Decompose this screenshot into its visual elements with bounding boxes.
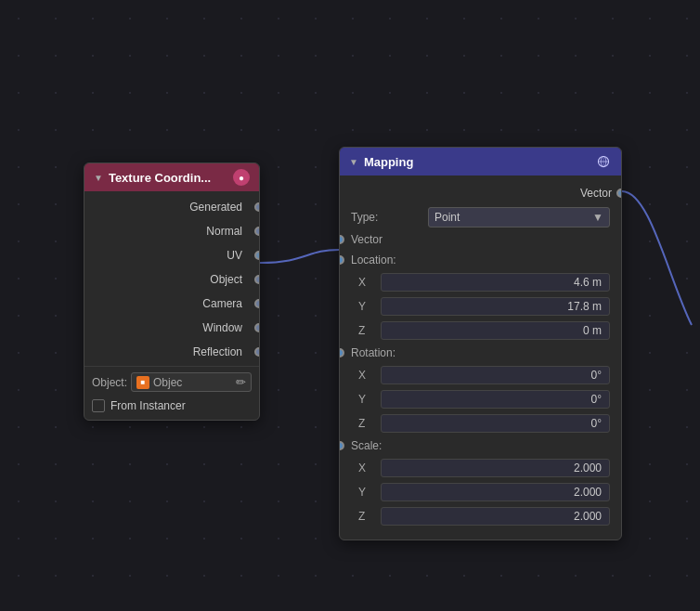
scale-header: Scale: — [340, 436, 621, 456]
scale-y-row: Y 2.000 — [340, 480, 621, 504]
map-node-title: Mapping — [364, 155, 413, 169]
object-cube-icon: ■ — [136, 376, 149, 389]
object-row: Object — [84, 267, 259, 292]
window-socket[interactable] — [254, 323, 260, 332]
window-label: Window — [90, 321, 250, 334]
scale-x-value[interactable]: 2.000 — [381, 459, 610, 477]
from-instancer-checkbox[interactable] — [92, 399, 105, 412]
object-input-value: Objec — [153, 376, 232, 389]
scale-z-label: Z — [358, 510, 377, 523]
camera-socket[interactable] — [254, 299, 260, 308]
from-instancer-label: From Instancer — [110, 399, 186, 412]
object-socket-label: Object — [90, 273, 250, 286]
object-field-row: Object: ■ Objec ✏ — [84, 369, 259, 396]
tex-node-body: Generated Normal UV Object Camera Window… — [84, 191, 259, 420]
scale-y-value[interactable]: 2.000 — [381, 483, 610, 501]
location-x-value[interactable]: 4.6 m — [381, 273, 610, 292]
location-label: Location: — [351, 254, 396, 266]
uv-row: UV — [84, 243, 259, 267]
scale-label: Scale: — [351, 439, 382, 452]
generated-label: Generated — [90, 201, 250, 214]
normal-label: Normal — [90, 225, 250, 238]
uv-label: UV — [90, 249, 250, 262]
generated-row: Generated — [84, 195, 259, 219]
texture-coordinate-node: ▼ Texture Coordin... ● Generated Normal … — [84, 162, 260, 421]
tex-node-icon: ● — [233, 169, 250, 186]
vector-input-row: Vector — [340, 229, 621, 250]
object-field-label: Object: — [92, 376, 127, 389]
tex-node-title: Texture Coordin... — [109, 171, 211, 185]
object-input-box[interactable]: ■ Objec ✏ — [131, 372, 252, 392]
scale-z-value[interactable]: 2.000 — [381, 507, 610, 526]
type-dropdown-icon: ▼ — [592, 211, 603, 224]
reflection-socket[interactable] — [254, 347, 260, 357]
eyedropper-icon[interactable]: ✏ — [236, 375, 246, 389]
rotation-z-label: Z — [358, 417, 377, 430]
map-node-body: Vector Type: Point ▼ Vector Location: X … — [340, 176, 621, 540]
divider-1 — [84, 366, 259, 367]
rotation-socket[interactable] — [339, 348, 344, 358]
uv-socket[interactable] — [254, 251, 260, 260]
globe-icon — [597, 155, 610, 168]
location-y-label: Y — [358, 300, 377, 313]
location-z-value[interactable]: 0 m — [381, 321, 610, 340]
map-node-header: ▼ Mapping — [340, 148, 621, 176]
rotation-y-row: Y 0° — [340, 387, 621, 411]
rotation-z-value[interactable]: 0° — [381, 414, 610, 433]
tex-node-header: ▼ Texture Coordin... ● — [84, 163, 259, 191]
location-y-value[interactable]: 17.8 m — [381, 297, 610, 316]
normal-socket[interactable] — [254, 227, 260, 236]
chevron-icon: ▼ — [94, 173, 103, 183]
location-header: Location: — [340, 250, 621, 270]
map-node-icon — [595, 153, 612, 170]
window-row: Window — [84, 316, 259, 340]
from-instancer-row: From Instancer — [84, 396, 259, 416]
rotation-z-row: Z 0° — [340, 411, 621, 436]
location-z-row: Z 0 m — [340, 318, 621, 343]
rotation-x-row: X 0° — [340, 363, 621, 387]
map-chevron-icon: ▼ — [349, 157, 358, 167]
rotation-header: Rotation: — [340, 343, 621, 363]
generated-socket[interactable] — [254, 202, 260, 212]
type-select[interactable]: Point ▼ — [428, 207, 610, 228]
scale-x-row: X 2.000 — [340, 456, 621, 480]
scale-y-label: Y — [358, 486, 377, 499]
rotation-x-label: X — [358, 369, 377, 382]
scale-z-row: Z 2.000 — [340, 504, 621, 528]
normal-row: Normal — [84, 219, 259, 243]
camera-row: Camera — [84, 292, 259, 316]
type-row: Type: Point ▼ — [340, 205, 621, 229]
camera-label: Camera — [90, 297, 250, 310]
vector-input-label: Vector — [351, 233, 382, 246]
scale-socket[interactable] — [339, 441, 344, 450]
location-y-row: Y 17.8 m — [340, 294, 621, 318]
reflection-row: Reflection — [84, 340, 259, 364]
vector-output-socket[interactable] — [616, 188, 622, 198]
rotation-x-value[interactable]: 0° — [381, 366, 610, 384]
rotation-y-value[interactable]: 0° — [381, 390, 610, 409]
rotation-label: Rotation: — [351, 346, 395, 359]
vector-output-label: Vector — [580, 187, 612, 200]
type-label: Type: — [351, 211, 421, 224]
location-x-row: X 4.6 m — [340, 270, 621, 294]
location-x-label: X — [358, 276, 377, 289]
object-socket[interactable] — [254, 275, 260, 284]
vector-input-socket[interactable] — [339, 235, 344, 244]
type-value: Point — [434, 211, 460, 224]
rotation-y-label: Y — [358, 393, 377, 406]
reflection-label: Reflection — [90, 345, 250, 358]
location-z-label: Z — [358, 324, 377, 337]
mapping-node: ▼ Mapping Vector Type: Point ▼ — [339, 147, 622, 540]
vector-output-row: Vector — [340, 181, 621, 205]
scale-x-label: X — [358, 462, 377, 474]
location-socket[interactable] — [339, 255, 344, 265]
